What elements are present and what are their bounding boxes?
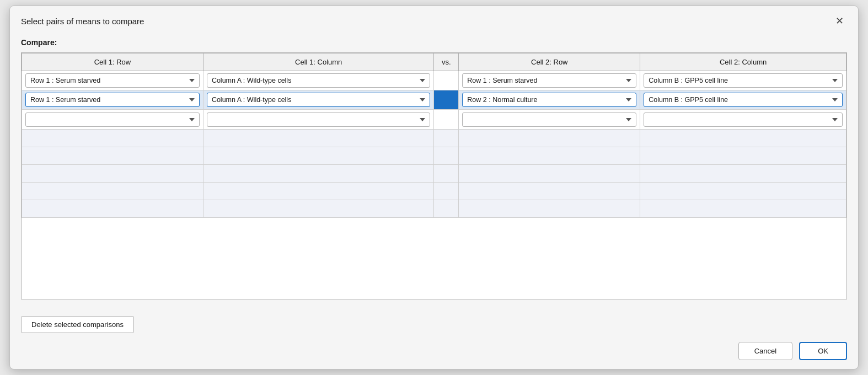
vs-cell-2 bbox=[434, 110, 459, 130]
vs-cell-0 bbox=[434, 71, 459, 90]
spacer-cell bbox=[203, 147, 434, 165]
table-header-row: Cell 1: Row Cell 1: Column vs. Cell 2: R… bbox=[22, 53, 846, 71]
header-cell2-col: Cell 2: Column bbox=[640, 53, 846, 71]
table-row: Column A : Wild-type cellsColumn B : GPP… bbox=[640, 110, 846, 130]
row2-col-select-0[interactable]: Column A : Wild-type cellsColumn B : GPP… bbox=[644, 73, 843, 88]
row2-col-select-2[interactable]: Column A : Wild-type cellsColumn B : GPP… bbox=[644, 113, 843, 127]
row1-row-select-0[interactable]: Row 1 : Serum starvedRow 2 : Normal cult… bbox=[25, 73, 200, 88]
spacer-cell bbox=[203, 165, 434, 183]
spacer-cell bbox=[434, 183, 459, 200]
spacer-cell bbox=[22, 200, 203, 218]
spacer-cell bbox=[459, 200, 640, 218]
table-row: Column A : Wild-type cellsColumn B : GPP… bbox=[203, 110, 434, 130]
table-row: Column A : Wild-type cellsColumn B : GPP… bbox=[640, 71, 846, 90]
spacer-cell bbox=[434, 147, 459, 165]
table-row: Row 1 : Serum starvedRow 2 : Normal cult… bbox=[459, 110, 640, 130]
ok-button[interactable]: OK bbox=[799, 342, 847, 360]
header-vs: vs. bbox=[434, 53, 459, 71]
row2-row-select-1[interactable]: Row 1 : Serum starvedRow 2 : Normal cult… bbox=[462, 93, 636, 107]
spacer-cell bbox=[640, 165, 846, 183]
spacer-cell bbox=[203, 183, 434, 200]
row2-col-select-1[interactable]: Column A : Wild-type cellsColumn B : GPP… bbox=[644, 93, 843, 107]
dialog-body: Compare: Cell 1: Row Cell 1: Column vs. … bbox=[10, 33, 858, 308]
compare-label: Compare: bbox=[21, 38, 847, 47]
table-row: Row 1 : Serum starvedRow 2 : Normal cult… bbox=[22, 110, 203, 130]
delete-selected-button[interactable]: Delete selected comparisons bbox=[21, 316, 134, 333]
row1-col-select-0[interactable]: Column A : Wild-type cellsColumn B : GPP… bbox=[207, 73, 431, 88]
table-row: Row 1 : Serum starvedRow 2 : Normal cult… bbox=[22, 90, 203, 110]
cancel-button[interactable]: Cancel bbox=[738, 342, 792, 360]
row1-col-select-2[interactable]: Column A : Wild-type cellsColumn B : GPP… bbox=[207, 113, 431, 127]
comparisons-table: Cell 1: Row Cell 1: Column vs. Cell 2: R… bbox=[22, 53, 846, 218]
spacer-cell bbox=[22, 147, 203, 165]
spacer-cell bbox=[22, 183, 203, 200]
vs-cell-1 bbox=[434, 90, 459, 110]
table-row: Row 1 : Serum starvedRow 2 : Normal cult… bbox=[22, 71, 203, 90]
spacer-cell bbox=[459, 130, 640, 147]
header-cell1-col: Cell 1: Column bbox=[203, 53, 434, 71]
spacer-cell bbox=[434, 130, 459, 147]
row1-row-select-2[interactable]: Row 1 : Serum starvedRow 2 : Normal cult… bbox=[25, 113, 200, 127]
spacer-cell bbox=[640, 147, 846, 165]
spacer-cell bbox=[640, 200, 846, 218]
spacer-cell bbox=[459, 183, 640, 200]
row1-row-select-1[interactable]: Row 1 : Serum starvedRow 2 : Normal cult… bbox=[25, 93, 200, 107]
row1-col-select-1[interactable]: Column A : Wild-type cellsColumn B : GPP… bbox=[207, 93, 431, 107]
table-row: Row 1 : Serum starvedRow 2 : Normal cult… bbox=[459, 71, 640, 90]
dialog-title: Select pairs of means to compare bbox=[21, 17, 144, 26]
spacer-cell bbox=[203, 200, 434, 218]
spacer-cell bbox=[640, 130, 846, 147]
spacer-cell bbox=[22, 165, 203, 183]
footer-actions: Delete selected comparisons bbox=[10, 308, 858, 338]
row2-row-select-2[interactable]: Row 1 : Serum starvedRow 2 : Normal cult… bbox=[462, 113, 636, 127]
main-dialog: Select pairs of means to compare ✕ Compa… bbox=[9, 6, 859, 369]
table-row: Column A : Wild-type cellsColumn B : GPP… bbox=[203, 90, 434, 110]
dialog-header: Select pairs of means to compare ✕ bbox=[10, 6, 858, 33]
row2-row-select-0[interactable]: Row 1 : Serum starvedRow 2 : Normal cult… bbox=[462, 73, 636, 88]
header-cell1-row: Cell 1: Row bbox=[22, 53, 203, 71]
spacer-cell bbox=[203, 130, 434, 147]
spacer-cell bbox=[434, 200, 459, 218]
spacer-cell bbox=[459, 165, 640, 183]
comparisons-table-wrapper: Cell 1: Row Cell 1: Column vs. Cell 2: R… bbox=[21, 52, 847, 299]
table-row: Column A : Wild-type cellsColumn B : GPP… bbox=[640, 90, 846, 110]
header-cell2-row: Cell 2: Row bbox=[459, 53, 640, 71]
spacer-cell bbox=[459, 147, 640, 165]
spacer-cell bbox=[22, 130, 203, 147]
spacer-cell bbox=[434, 165, 459, 183]
close-button[interactable]: ✕ bbox=[832, 15, 847, 27]
table-row: Row 1 : Serum starvedRow 2 : Normal cult… bbox=[459, 90, 640, 110]
table-row: Column A : Wild-type cellsColumn B : GPP… bbox=[203, 71, 434, 90]
dialog-footer: Cancel OK bbox=[10, 338, 858, 369]
spacer-cell bbox=[640, 183, 846, 200]
